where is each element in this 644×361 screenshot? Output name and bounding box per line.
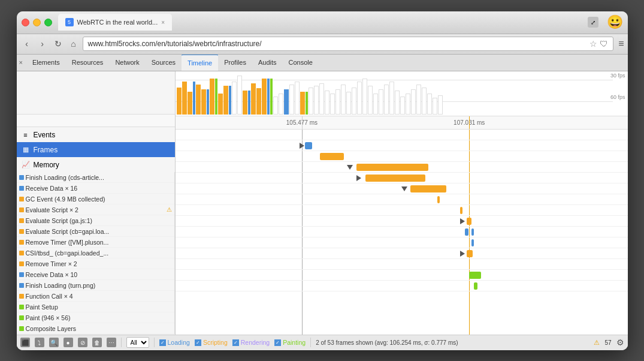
sidebar-item-memory[interactable]: 📈 Memory (17, 157, 175, 172)
tab-favicon: 5 (65, 18, 74, 26)
refresh-button[interactable]: ↻ (52, 37, 65, 50)
event-row[interactable]: Finish Loading (turn.png) (17, 280, 174, 291)
tab-elements[interactable]: Elements (26, 55, 66, 71)
event-text: Composite Layers (26, 325, 172, 332)
bottom-toolbar: ⬛ ⤵ 🔍 ● ⊘ 🗑 ⋯ All ✓ Loading ✓ Scripting … (17, 335, 628, 350)
event-row[interactable]: Finish Loading (cds-article... (17, 172, 174, 183)
timeline-row (176, 216, 628, 227)
timeline-row (176, 281, 628, 291)
tab-audits[interactable]: Audits (252, 55, 283, 71)
timeline-sidebar: ≡ Events ▦ Frames 📈 Memory Finish Loadin… (17, 71, 176, 335)
event-text: Paint (946 × 56) (26, 314, 172, 321)
devtools-body: ≡ Events ▦ Frames 📈 Memory Finish Loadin… (17, 71, 628, 335)
sidebar-item-frames[interactable]: ▦ Frames (17, 142, 175, 157)
events-icon: ≡ (22, 131, 30, 139)
stop-button[interactable]: ⊘ (78, 338, 87, 347)
menu-button[interactable]: ≡ (618, 38, 624, 49)
tab-timeline[interactable]: Timeline (182, 55, 218, 71)
devtools-panel: × Elements Resources Network Sources Tim… (17, 55, 628, 350)
timeline-row (176, 205, 628, 216)
tab-close-button[interactable]: × (161, 19, 165, 26)
event-row[interactable]: Function Call × 4 (17, 291, 174, 302)
frames-icon: ▦ (22, 146, 30, 154)
tab-sources[interactable]: Sources (146, 55, 182, 71)
event-row[interactable]: Evaluate Script (cb=gapi.loa... (17, 226, 174, 237)
frames-chart: 30 fps 60 fps (176, 71, 628, 116)
filter-rendering: ✓ Rendering (232, 339, 270, 346)
shield-icon[interactable]: 🛡 (600, 39, 608, 49)
timeline-main: 30 fps 60 fps (176, 71, 628, 335)
event-row[interactable]: GC Event (4.9 MB collected) (17, 194, 174, 204)
scripting-checkbox[interactable]: ✓ (195, 339, 201, 346)
event-text: Remove Timer ([VM].pluson... (26, 239, 172, 246)
timeline-bar (471, 239, 474, 246)
dots-button[interactable]: ⋯ (107, 338, 116, 347)
event-row[interactable]: Evaluate Script (ga.js:1) (17, 215, 174, 226)
sidebar-label-memory: Memory (34, 161, 59, 169)
rendering-checkbox[interactable]: ✓ (232, 339, 239, 346)
filter-select[interactable]: All (126, 337, 149, 348)
timeline-row (176, 227, 628, 237)
timeline-ruler: 105.477 ms 107.031 ms (176, 116, 628, 130)
record-button[interactable]: ⬛ (20, 338, 30, 347)
trash-button[interactable]: 🗑 (92, 338, 102, 347)
search-button[interactable]: 🔍 (49, 338, 59, 347)
circle-button[interactable]: ● (64, 338, 73, 347)
clear-button[interactable]: ⤵ (35, 338, 44, 347)
event-row[interactable]: Evaluate Script × 2 ⚠ (17, 204, 174, 215)
address-bar[interactable]: www.html5rocks.com/en/tutorials/webrtc/i… (83, 37, 614, 51)
emoji-decoration: 😀 (607, 14, 623, 30)
event-row[interactable]: Receive Data × 16 (17, 183, 174, 194)
event-row[interactable]: Receive Data × 10 (17, 269, 174, 280)
timeline-row (176, 151, 628, 162)
event-row[interactable]: Remove Timer ([VM].pluson... (17, 237, 174, 248)
home-button[interactable]: ⌂ (67, 37, 80, 50)
timeline-triangle (460, 251, 465, 257)
event-text: Receive Data × 10 (26, 271, 172, 278)
timeline-bar (460, 207, 462, 214)
browser-tab[interactable]: 5 WebRTC in the real world... × (58, 14, 173, 31)
toolbar-separator (154, 338, 155, 347)
toolbar-separator (121, 338, 122, 347)
tab-profiles[interactable]: Profiles (218, 55, 252, 71)
window-controls: ⤢ 😀 (588, 14, 623, 30)
tab-network[interactable]: Network (109, 55, 145, 71)
address-icons: ☆ 🛡 (589, 39, 608, 49)
timeline-row (176, 162, 628, 173)
traffic-lights (22, 19, 52, 26)
window-resize-button[interactable]: ⤢ (588, 17, 598, 28)
timeline-bar (465, 228, 468, 236)
event-row[interactable]: CSI/tbsd_ (cb=gapi.loaded_... (17, 248, 174, 258)
minimize-button[interactable] (33, 19, 41, 26)
timeline-bar (410, 185, 446, 192)
browser-window: 5 WebRTC in the real world... × ⤢ 😀 ‹ › … (17, 11, 628, 350)
timeline-triangle (356, 175, 361, 181)
event-text: Finish Loading (cds-article... (26, 174, 172, 181)
url-text: www.html5rocks.com/en/tutorials/webrtc/i… (88, 40, 590, 48)
tab-resources[interactable]: Resources (66, 55, 110, 71)
maximize-button[interactable] (44, 19, 52, 26)
warn-count: 57 (604, 339, 611, 346)
event-row[interactable]: Paint Setup (17, 302, 174, 312)
loading-checkbox[interactable]: ✓ (159, 339, 166, 346)
devtools-close-button[interactable]: × (19, 59, 23, 66)
event-row[interactable]: Composite Layers (17, 323, 174, 334)
devtools-tab-bar: × Elements Resources Network Sources Tim… (17, 55, 628, 71)
painting-checkbox[interactable]: ✓ (274, 339, 281, 346)
close-button[interactable] (22, 19, 29, 26)
rendering-label: Rendering (241, 339, 270, 346)
timeline-triangle (347, 165, 353, 170)
forward-button[interactable]: › (36, 37, 49, 50)
timeline-row (176, 183, 628, 194)
sidebar-item-events[interactable]: ≡ Events (17, 127, 175, 142)
star-icon[interactable]: ☆ (589, 39, 597, 49)
event-row[interactable]: Remove Timer × 2 (17, 258, 174, 269)
filter-loading: ✓ Loading (159, 339, 190, 346)
event-row[interactable]: Paint (946 × 56) (17, 312, 174, 323)
timeline-row (176, 248, 628, 259)
back-button[interactable]: ‹ (20, 37, 34, 50)
timeline-bar (437, 196, 440, 203)
painting-label: Painting (283, 339, 306, 346)
tab-console[interactable]: Console (283, 55, 319, 71)
settings-icon[interactable]: ⚙ (616, 338, 624, 347)
